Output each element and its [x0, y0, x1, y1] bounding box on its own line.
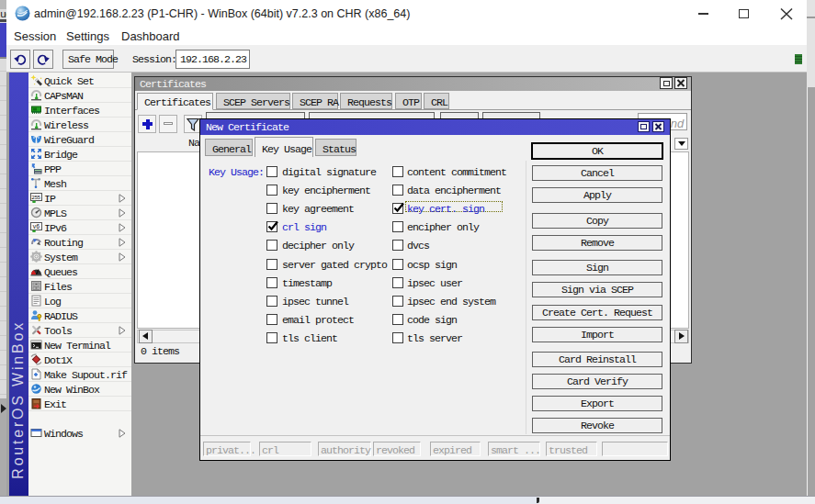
svg-text:255: 255: [31, 195, 40, 201]
svg-text:v6: v6: [32, 224, 40, 230]
